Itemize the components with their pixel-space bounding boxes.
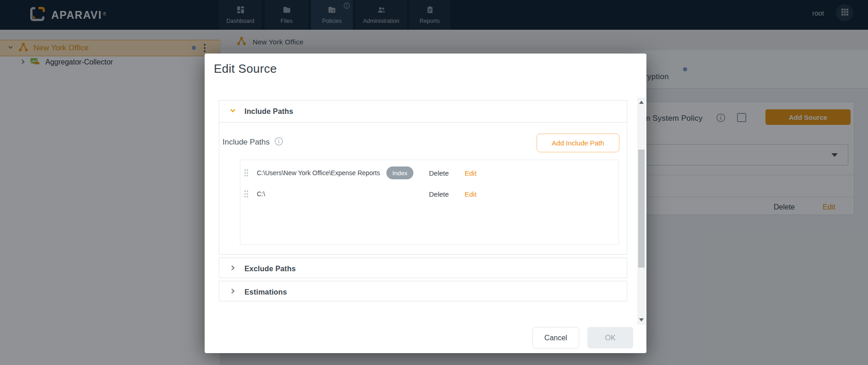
field-label: Include Paths [222, 138, 270, 147]
chevron-right-icon [229, 288, 236, 296]
scrollbar-thumb[interactable] [638, 150, 645, 268]
scroll-up-arrow-icon[interactable] [639, 101, 644, 104]
include-path-row: C:\ Delete Edit [240, 186, 619, 202]
path-delete-link[interactable]: Delete [429, 186, 449, 202]
drag-handle-icon[interactable] [244, 186, 249, 202]
accordion-exclude-paths-header[interactable]: Exclude Paths [219, 258, 627, 279]
accordion-estimations: Estimations [219, 281, 627, 301]
modal-scrollbar[interactable] [637, 97, 646, 325]
path-edit-link[interactable]: Edit [465, 186, 477, 202]
ok-button[interactable]: OK [587, 327, 633, 349]
include-paths-list: C:\Users\New York Office\Expense Reports… [240, 160, 619, 245]
app-screen: APARAVI® Dashboard Files ✓✗ Policies [0, 0, 868, 365]
path-edit-link[interactable]: Edit [465, 165, 477, 181]
scroll-down-arrow-icon[interactable] [639, 318, 644, 322]
include-paths-field-label-row: Include Paths [222, 137, 283, 148]
accordion-include-paths-header[interactable]: Include Paths [219, 101, 627, 123]
accordion-title: Estimations [244, 288, 287, 296]
drag-handle-icon[interactable] [244, 165, 249, 181]
chevron-right-icon [229, 264, 236, 273]
accordion-exclude-paths: Exclude Paths [219, 258, 627, 278]
include-path-row: C:\Users\New York Office\Expense Reports… [240, 165, 619, 181]
accordion-title: Exclude Paths [244, 265, 296, 273]
include-path-value: C:\ [257, 186, 265, 202]
include-path-value: C:\Users\New York Office\Expense Reports [257, 169, 380, 177]
modal-title: Edit Source [214, 62, 277, 76]
edit-source-modal: Edit Source Include Paths Include Paths … [205, 54, 646, 353]
add-include-path-button[interactable]: Add Include Path [537, 134, 619, 152]
info-icon[interactable] [274, 137, 283, 148]
chevron-down-icon [229, 107, 236, 116]
index-badge: Index [386, 166, 413, 179]
cancel-button[interactable]: Cancel [532, 327, 579, 349]
accordion-title: Include Paths [244, 107, 293, 116]
accordion-estimations-header[interactable]: Estimations [219, 281, 627, 303]
path-delete-link[interactable]: Delete [429, 165, 449, 181]
